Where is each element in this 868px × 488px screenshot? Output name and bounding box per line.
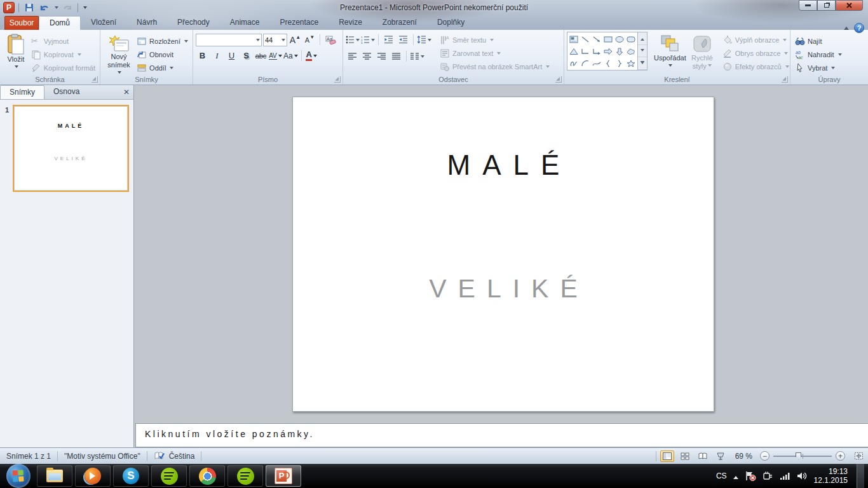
new-slide-button[interactable]: Nový snímek xyxy=(103,32,135,79)
shape-arc-icon[interactable] xyxy=(580,57,591,69)
taskbar-spotify-button[interactable] xyxy=(151,465,187,487)
status-spelling[interactable]: Čeština xyxy=(147,451,201,461)
restore-button[interactable] xyxy=(817,0,836,11)
slide-canvas[interactable]: MALÉ VELIKÉ xyxy=(292,97,714,412)
clock[interactable]: 19:13 12.1.2015 xyxy=(814,467,850,485)
tab-snimky[interactable]: Snímky xyxy=(0,85,44,99)
shape-right-brace-icon[interactable] xyxy=(614,57,625,69)
tab-soubor[interactable]: Soubor xyxy=(4,16,39,30)
tab-revize[interactable]: Revize xyxy=(329,16,372,30)
notes-panel[interactable]: Kliknutím vložíte poznámky. xyxy=(135,423,868,447)
normal-view-button[interactable] xyxy=(660,451,674,462)
replace-button[interactable]: abac Nahradit xyxy=(793,48,865,61)
shape-left-brace-icon[interactable] xyxy=(602,57,614,69)
strikethrough-button[interactable]: abc xyxy=(254,49,268,62)
italic-button[interactable]: I xyxy=(210,49,224,62)
taskbar-media-player-button[interactable] xyxy=(75,465,111,487)
shape-line-icon[interactable] xyxy=(580,33,591,45)
shape-elbow-arrow-icon[interactable] xyxy=(591,45,602,57)
shape-elbow-icon[interactable] xyxy=(580,45,591,57)
font-dialog-launcher-icon[interactable] xyxy=(334,76,341,83)
shape-oval-icon[interactable] xyxy=(614,33,625,45)
decrease-indent-button[interactable] xyxy=(382,33,395,46)
reading-view-button[interactable] xyxy=(696,451,710,462)
slide-thumbnail[interactable]: MALÉ VELIKÉ xyxy=(13,105,129,192)
slide-subtitle-text[interactable]: VELIKÉ xyxy=(293,274,714,304)
increase-indent-button[interactable] xyxy=(397,33,410,46)
zoom-in-icon[interactable]: + xyxy=(836,451,845,461)
font-color-button[interactable]: A xyxy=(305,49,318,62)
paste-button[interactable]: Vložit xyxy=(3,32,29,74)
tab-zobrazeni[interactable]: Zobrazení xyxy=(372,16,427,30)
gallery-expand-icon[interactable] xyxy=(638,57,647,70)
select-button[interactable]: Vybrat xyxy=(793,61,865,74)
justify-button[interactable] xyxy=(390,50,403,63)
notes-placeholder-text[interactable]: Kliknutím vložíte poznámky. xyxy=(145,429,868,439)
tab-prechody[interactable]: Přechody xyxy=(167,16,220,30)
shapes-gallery-scrollbar[interactable] xyxy=(638,32,648,71)
slide-title-text[interactable]: MALÉ xyxy=(293,149,714,181)
columns-button[interactable] xyxy=(410,50,424,63)
zoom-percentage[interactable]: 69 % xyxy=(731,452,756,461)
language-indicator[interactable]: CS xyxy=(716,471,727,480)
align-center-button[interactable] xyxy=(360,50,374,63)
slide-sorter-view-button[interactable] xyxy=(678,451,692,462)
shape-star-icon[interactable] xyxy=(625,57,637,69)
close-pane-icon[interactable]: ✕ xyxy=(123,88,130,97)
bullets-button[interactable] xyxy=(346,33,360,46)
reset-button[interactable]: Obnovit xyxy=(135,48,190,61)
clear-formatting-button[interactable]: Aa xyxy=(323,33,337,46)
text-shadow-button[interactable]: S xyxy=(240,49,253,62)
taskbar-powerpoint-button[interactable]: P xyxy=(266,465,301,487)
align-right-button[interactable] xyxy=(375,50,388,63)
action-center-flag-icon[interactable] xyxy=(745,471,756,481)
tab-prezentace[interactable]: Prezentace xyxy=(269,16,329,30)
power-plug-icon[interactable] xyxy=(763,471,773,481)
underline-button[interactable]: U xyxy=(225,49,238,62)
line-spacing-button[interactable] xyxy=(417,33,431,46)
status-slide-indicator[interactable]: Snímek 1 z 1 xyxy=(0,452,57,461)
clipboard-dialog-launcher-icon[interactable] xyxy=(92,76,98,83)
zoom-slider-thumb[interactable] xyxy=(796,452,801,460)
close-button[interactable] xyxy=(836,0,863,11)
shape-cloud-icon[interactable] xyxy=(625,45,637,57)
start-button[interactable] xyxy=(6,464,31,488)
change-case-button[interactable]: Aa xyxy=(283,49,298,62)
tab-navrh[interactable]: Návrh xyxy=(126,16,167,30)
help-icon[interactable]: ? xyxy=(854,23,864,33)
tab-vlozeni[interactable]: Vložení xyxy=(81,16,126,30)
shrink-font-button[interactable]: A▼ xyxy=(303,33,316,46)
section-button[interactable]: Oddíl xyxy=(135,61,190,74)
minimize-button[interactable] xyxy=(799,0,817,11)
taskbar-chrome-button[interactable] xyxy=(189,465,225,487)
taskbar-spotify2-button[interactable] xyxy=(227,465,263,487)
taskbar-explorer-button[interactable] xyxy=(37,465,72,487)
shape-curve-icon[interactable] xyxy=(591,57,602,69)
fit-to-window-button[interactable] xyxy=(851,451,865,462)
drawing-dialog-launcher-icon[interactable] xyxy=(782,76,788,83)
font-size-combo[interactable]: 44 xyxy=(263,34,287,46)
font-name-combo[interactable] xyxy=(196,34,262,46)
shape-rounded-rect-icon[interactable] xyxy=(625,33,637,45)
show-desktop-button[interactable] xyxy=(857,464,864,488)
shape-right-arrow-icon[interactable] xyxy=(602,45,614,57)
numbering-button[interactable]: 123 xyxy=(361,33,375,46)
tab-animace[interactable]: Animace xyxy=(220,16,270,30)
character-spacing-button[interactable]: AV xyxy=(269,49,282,62)
tab-osnova[interactable]: Osnova xyxy=(44,85,88,99)
zoom-slider[interactable] xyxy=(773,456,832,457)
shape-down-arrow-icon[interactable] xyxy=(614,45,625,57)
show-hidden-icons-icon[interactable] xyxy=(733,473,738,479)
network-signal-icon[interactable] xyxy=(780,471,790,480)
status-theme[interactable]: "Motiv systému Office" xyxy=(58,452,147,461)
shape-triangle-icon[interactable] xyxy=(568,45,580,57)
tab-domu[interactable]: Domů xyxy=(39,16,81,30)
shape-scribble-icon[interactable] xyxy=(568,57,580,69)
bold-button[interactable]: B xyxy=(196,49,209,62)
paragraph-dialog-launcher-icon[interactable] xyxy=(555,76,562,83)
shape-textbox-icon[interactable] xyxy=(568,33,580,45)
volume-icon[interactable] xyxy=(797,471,808,480)
collapse-ribbon-icon[interactable] xyxy=(844,24,849,30)
zoom-out-icon[interactable]: − xyxy=(760,451,770,461)
layout-button[interactable]: Rozložení xyxy=(135,34,190,48)
